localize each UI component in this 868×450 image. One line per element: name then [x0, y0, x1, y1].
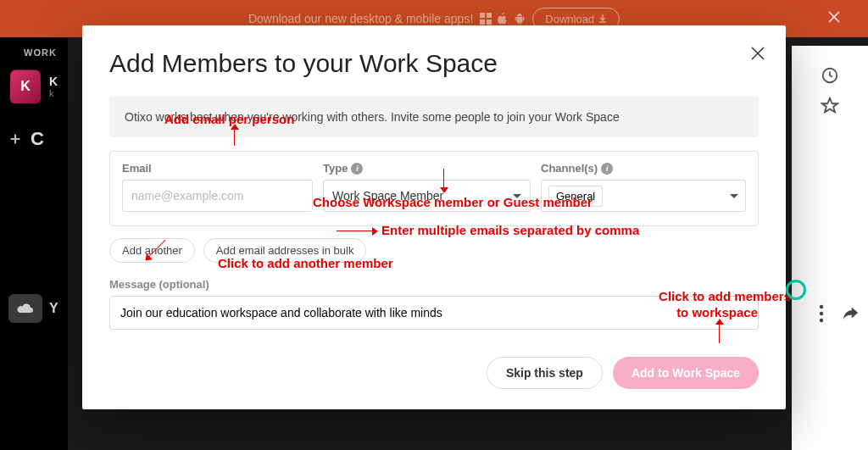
type-select[interactable]: Work Space Member: [323, 180, 531, 212]
info-icon[interactable]: i: [601, 163, 613, 175]
add-members-modal: Add Members to your Work Space Otixo wor…: [82, 25, 786, 409]
skip-button[interactable]: Skip this step: [487, 357, 603, 389]
info-icon[interactable]: i: [351, 163, 363, 175]
email-input[interactable]: [122, 180, 313, 212]
channels-select[interactable]: General: [541, 180, 746, 212]
message-input[interactable]: [109, 296, 759, 330]
add-bulk-button[interactable]: Add email addresses in bulk: [203, 238, 367, 263]
modal-close-button[interactable]: [750, 46, 765, 64]
modal-title: Add Members to your Work Space: [109, 49, 759, 78]
chevron-down-icon: [730, 194, 738, 198]
add-to-workspace-button[interactable]: Add to Work Space: [613, 357, 759, 389]
add-another-button[interactable]: Add another: [109, 238, 195, 263]
type-select-value: Work Space Member: [332, 189, 443, 203]
chevron-down-icon: [513, 194, 521, 198]
channels-label: Channel(s) i: [541, 162, 746, 175]
close-icon: [750, 46, 765, 61]
highlight-ring: [786, 280, 806, 300]
invite-row: Email Type i Work Space Member Channel(s…: [109, 151, 759, 226]
info-banner: Otixo works best when you're working wit…: [109, 97, 759, 137]
channel-chip: General: [548, 186, 603, 207]
email-label: Email: [122, 162, 313, 175]
modal-overlay: Add Members to your Work Space Otixo wor…: [0, 0, 868, 450]
type-label: Type i: [323, 162, 531, 175]
message-label: Message (optional): [109, 278, 759, 291]
